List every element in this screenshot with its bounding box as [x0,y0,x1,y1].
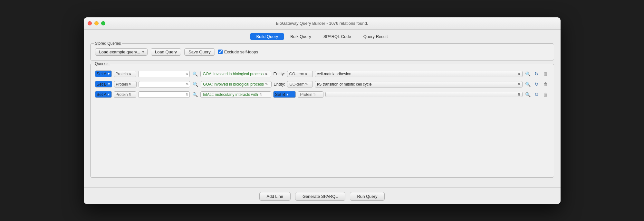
relation-chevron-2: ⇅ [259,93,262,96]
entity-type-select-2[interactable]: Protein ⇅ [298,91,323,98]
delete-button-0[interactable]: 🗑 [542,70,549,77]
search-button-2[interactable]: 🔍 [192,91,198,98]
text-input-0: ⇅ [138,71,190,77]
entity-label-0: Entity: [273,71,285,76]
value-select-0[interactable]: cell-matrix adhesion ⇅ [315,71,523,77]
delete-button-2[interactable]: 🗑 [542,91,549,98]
refresh-button-0[interactable]: ↻ [533,70,540,78]
load-example-label: Load example query... [99,50,140,54]
search-button-1[interactable]: 🔍 [192,81,199,87]
stored-controls: Load example query... ▼ Load Query Save … [95,48,549,56]
text-field-1[interactable] [140,82,186,87]
relation-chevron-1: ⇅ [265,82,268,86]
value-search-btn-2[interactable]: 🔍 [524,91,531,98]
text-input-1: ⇅ [139,81,190,87]
entity-label-1: Entity: [274,82,285,87]
load-query-button[interactable]: Load Query [151,48,181,56]
title-bar: BioGateway Query Builder - 1076 relation… [84,17,561,30]
entity-type-1[interactable]: Protein ⇅ [114,81,137,87]
app-window: BioGateway Query Builder - 1076 relation… [84,17,561,204]
tab-build-query[interactable]: Build Query [250,33,284,40]
set-a-select-2[interactable]: Set A ▼ [95,91,112,98]
target-set-label-2: Set B [275,92,285,97]
main-content: Build Query Bulk Query SPARQL Code Query… [84,30,561,204]
input-chevron-0: ⇅ [186,72,188,76]
tab-query-result[interactable]: Query Result [358,33,394,40]
relation-label-2: IntAct: molecularly interacts with [203,92,258,97]
load-example-button[interactable]: Load example query... ▼ [95,48,148,56]
refresh-button-1[interactable]: ↻ [533,81,540,88]
entity-chevron-1: ⇅ [129,82,131,86]
delete-button-1[interactable]: 🗑 [542,81,549,87]
input-chevron-1: ⇅ [186,82,188,86]
relation-label-1: GOA: involved in biological process [203,82,264,87]
entity-type-0[interactable]: Protein ⇅ [114,71,136,77]
stored-queries-section: Stored Queries Load example query... ▼ L… [90,43,554,60]
exclude-self-loops-checkbox[interactable] [218,50,223,54]
minimize-button[interactable] [94,21,99,25]
queries-label: Queries [94,61,110,66]
search-button-0[interactable]: 🔍 [192,71,198,77]
relation-chevron-0: ⇅ [265,72,267,76]
tab-bar: Build Query Bulk Query SPARQL Code Query… [84,30,561,43]
window-controls [88,21,105,25]
save-query-button[interactable]: Save Query [184,48,215,56]
value-select-1[interactable]: l/S transition of mitotic cell cycle ⇅ [315,81,522,87]
set-a-label-0: Set A [97,71,107,76]
target-set-select-2[interactable]: Set B ▼ [273,91,296,98]
text-input-2: ⇅ [138,91,190,98]
tab-sparql-code[interactable]: SPARQL Code [318,33,357,40]
entity-type-select-1[interactable]: GO-term ⇅ [287,81,313,87]
relation-select-0[interactable]: GOA: involved in biological process ⇅ [200,71,271,77]
refresh-button-2[interactable]: ↻ [533,91,540,98]
entity-chevron-2: ⇅ [129,93,131,96]
chevron-down-icon: ▼ [141,50,145,54]
value-search-btn-0[interactable]: 🔍 [524,71,531,77]
value-search-btn-1[interactable]: 🔍 [524,81,531,87]
query-row: Set A ▼ Protein ⇅ ⇅ 🔍 IntAct: molecularl… [95,91,549,98]
target-set-chevron-2: ▼ [286,93,289,96]
queries-section: Queries Set A ▼ Protein ⇅ ⇅ 🔍 [90,64,554,178]
entity-type-label-2: Protein [115,92,128,97]
chevron-icon-0: ▼ [107,72,111,76]
input-chevron-2: ⇅ [186,93,188,96]
relation-select-2[interactable]: IntAct: molecularly interacts with ⇅ [200,91,271,98]
entity-type-label-0: Protein [115,72,128,76]
entity-chevron-0: ⇅ [129,72,131,76]
entity-type-2[interactable]: Protein ⇅ [114,91,136,98]
add-line-button[interactable]: Add Line [259,192,291,201]
chevron-icon-2: ▼ [107,93,111,96]
main-area: Stored Queries Load example query... ▼ L… [84,43,561,187]
query-row: Set B ▼ Protein ⇅ ⇅ 🔍 GOA: involved in b… [95,81,549,88]
stored-queries-label: Stored Queries [94,41,122,46]
generate-sparql-button[interactable]: Generate SPARQL [295,192,345,201]
entity-type-select-0[interactable]: GO-term ⇅ [287,71,313,77]
set-a-label-2: Set A [97,92,107,97]
relation-label-0: GOA: involved in biological process [203,72,264,76]
maximize-button[interactable] [101,21,105,25]
value-select-2[interactable]: ⇅ [325,92,522,97]
set-b-select-1[interactable]: Set B ▼ [95,81,112,87]
entity-type-label-1: Protein [116,82,128,87]
text-field-2[interactable] [140,92,186,97]
exclude-self-loops-label[interactable]: Exclude self-loops [218,50,258,54]
set-b-label-1: Set B [97,82,107,87]
relation-select-1[interactable]: GOA: involved in biological process ⇅ [201,81,272,87]
query-row: Set A ▼ Protein ⇅ ⇅ 🔍 GOA: involved in b… [95,70,549,78]
window-title: BioGateway Query Builder - 1076 relation… [276,21,368,26]
bottom-actions: Add Line Generate SPARQL Run Query [84,187,561,204]
close-button[interactable] [88,21,92,25]
set-a-select-0[interactable]: Set A ▼ [95,70,112,77]
text-field-0[interactable] [140,72,186,76]
tab-bulk-query[interactable]: Bulk Query [284,33,317,40]
run-query-button[interactable]: Run Query [350,192,385,201]
chevron-icon-1: ▼ [107,82,111,86]
